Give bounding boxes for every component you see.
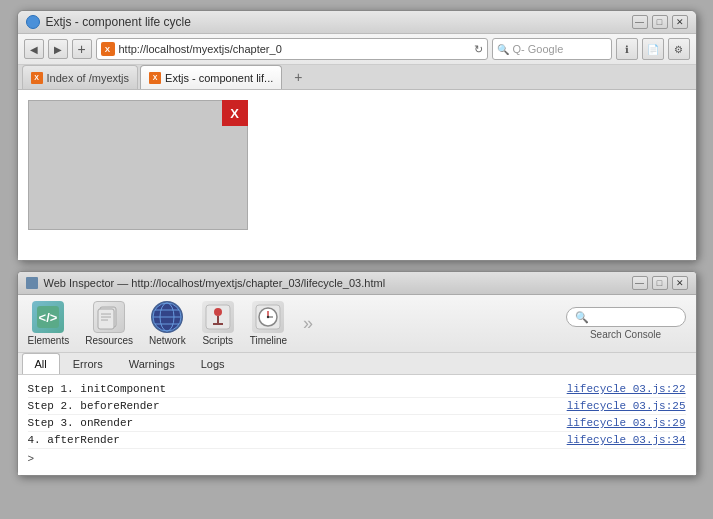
scripts-icon bbox=[202, 301, 234, 333]
resources-tool[interactable]: Resources bbox=[85, 301, 133, 346]
console-output: Step 1. initComponent lifecycle 03.js:22… bbox=[18, 375, 696, 475]
tab-logs[interactable]: Logs bbox=[188, 353, 238, 374]
maximize-button[interactable]: □ bbox=[652, 15, 668, 29]
tab-favicon-0: X bbox=[31, 72, 43, 84]
console-text-1: Step 2. beforeRender bbox=[28, 400, 160, 412]
inspector-search-input[interactable]: 🔍 bbox=[566, 307, 686, 327]
inspector-title-left: Web Inspector — http://localhost/myextjs… bbox=[26, 277, 386, 289]
tab-label-1: Extjs - component lif... bbox=[165, 72, 273, 84]
scripts-tool-label: Scripts bbox=[202, 335, 233, 346]
browser-content: X bbox=[18, 90, 696, 260]
svg-text:</>: </> bbox=[39, 310, 58, 325]
info-button[interactable]: ℹ bbox=[616, 38, 638, 60]
console-text-0: Step 1. initComponent bbox=[28, 383, 167, 395]
browser-window: Extjs - component life cycle — □ ✕ ◀ ▶ +… bbox=[17, 10, 697, 261]
console-row-0: Step 1. initComponent lifecycle 03.js:22 bbox=[28, 381, 686, 398]
tab-add-button[interactable]: + bbox=[288, 67, 308, 87]
content-panel: X bbox=[28, 100, 248, 230]
refresh-button[interactable]: ↻ bbox=[474, 43, 483, 56]
elements-tool[interactable]: </> Elements bbox=[28, 301, 70, 346]
timeline-tool-label: Timeline bbox=[250, 335, 287, 346]
svg-rect-3 bbox=[98, 309, 114, 329]
inspector-title-bar: Web Inspector — http://localhost/myextjs… bbox=[18, 272, 696, 295]
browser-title-bar: Extjs - component life cycle — □ ✕ bbox=[18, 11, 696, 34]
panel-close-button[interactable]: X bbox=[222, 100, 248, 126]
title-controls: — □ ✕ bbox=[632, 15, 688, 29]
inspector-toolbar: </> Elements Resources bbox=[18, 295, 696, 353]
elements-icon: </> bbox=[32, 301, 64, 333]
tab-label-0: Index of /myextjs bbox=[47, 72, 130, 84]
console-link-2[interactable]: lifecycle 03.js:29 bbox=[567, 417, 686, 429]
inspector-maximize-button[interactable]: □ bbox=[652, 276, 668, 290]
back-button[interactable]: ◀ bbox=[24, 39, 44, 59]
inspector-title-controls: — □ ✕ bbox=[632, 276, 688, 290]
inspector-close-button[interactable]: ✕ bbox=[672, 276, 688, 290]
address-bar[interactable]: X http://localhost/myextjs/chapter_0 ↻ bbox=[96, 38, 488, 60]
search-icon: 🔍 bbox=[497, 44, 509, 55]
tab-favicon-1: X bbox=[149, 72, 161, 84]
tab-index[interactable]: X Index of /myextjs bbox=[22, 65, 139, 89]
browser-title: Extjs - component life cycle bbox=[46, 15, 191, 29]
timeline-tool[interactable]: Timeline bbox=[250, 301, 287, 346]
browser-favicon bbox=[26, 15, 40, 29]
elements-tool-label: Elements bbox=[28, 335, 70, 346]
console-row-2: Step 3. onRender lifecycle 03.js:29 bbox=[28, 415, 686, 432]
resources-tool-label: Resources bbox=[85, 335, 133, 346]
console-text-2: Step 3. onRender bbox=[28, 417, 134, 429]
address-favicon: X bbox=[101, 42, 115, 56]
inspector-title: Web Inspector — http://localhost/myextjs… bbox=[44, 277, 386, 289]
console-link-1[interactable]: lifecycle 03.js:25 bbox=[567, 400, 686, 412]
more-tools-button[interactable]: » bbox=[303, 313, 313, 334]
console-row-3: 4. afterRender lifecycle 03.js:34 bbox=[28, 432, 686, 449]
console-row-1: Step 2. beforeRender lifecycle 03.js:25 bbox=[28, 398, 686, 415]
resources-icon bbox=[93, 301, 125, 333]
inspector-search-icon: 🔍 bbox=[575, 311, 589, 324]
svg-point-21 bbox=[267, 316, 269, 318]
console-prompt[interactable]: > bbox=[28, 449, 686, 469]
inspector-favicon bbox=[26, 277, 38, 289]
close-button[interactable]: ✕ bbox=[672, 15, 688, 29]
tabs-bar: X Index of /myextjs X Extjs - component … bbox=[18, 65, 696, 90]
inspector-window: Web Inspector — http://localhost/myextjs… bbox=[17, 271, 697, 476]
timeline-icon bbox=[252, 301, 284, 333]
search-placeholder-text: Q- Google bbox=[513, 43, 564, 55]
title-bar-left: Extjs - component life cycle bbox=[26, 15, 191, 29]
console-link-0[interactable]: lifecycle 03.js:22 bbox=[567, 383, 686, 395]
console-link-3[interactable]: lifecycle 03.js:34 bbox=[567, 434, 686, 446]
tab-all[interactable]: All bbox=[22, 353, 60, 374]
forward-button[interactable]: ▶ bbox=[48, 39, 68, 59]
inspector-search-label: Search Console bbox=[590, 329, 661, 340]
address-text: http://localhost/myextjs/chapter_0 bbox=[119, 43, 470, 55]
settings-button[interactable]: ⚙ bbox=[668, 38, 690, 60]
network-tool[interactable]: Network bbox=[149, 301, 186, 346]
inspector-search: 🔍 Search Console bbox=[566, 307, 686, 340]
inspector-tabs: All Errors Warnings Logs bbox=[18, 353, 696, 375]
tab-warnings[interactable]: Warnings bbox=[116, 353, 188, 374]
new-tab-button[interactable]: + bbox=[72, 39, 92, 59]
network-tool-label: Network bbox=[149, 335, 186, 346]
page-button[interactable]: 📄 bbox=[642, 38, 664, 60]
svg-point-14 bbox=[214, 308, 222, 316]
tab-extjs[interactable]: X Extjs - component lif... bbox=[140, 65, 282, 89]
minimize-button[interactable]: — bbox=[632, 15, 648, 29]
network-icon bbox=[151, 301, 183, 333]
inspector-minimize-button[interactable]: — bbox=[632, 276, 648, 290]
console-text-3: 4. afterRender bbox=[28, 434, 120, 446]
tab-errors[interactable]: Errors bbox=[60, 353, 116, 374]
scripts-tool[interactable]: Scripts bbox=[202, 301, 234, 346]
nav-bar: ◀ ▶ + X http://localhost/myextjs/chapter… bbox=[18, 34, 696, 65]
search-bar[interactable]: 🔍 Q- Google bbox=[492, 38, 612, 60]
